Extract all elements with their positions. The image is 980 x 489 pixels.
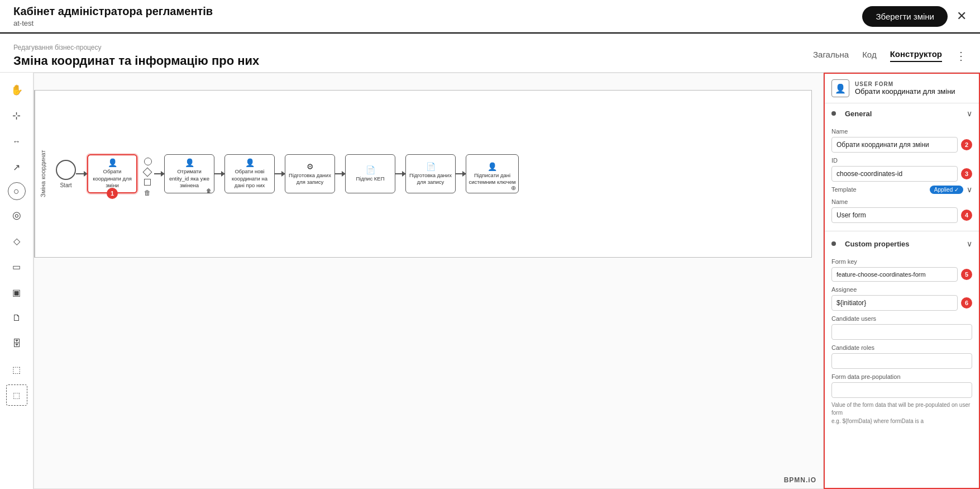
bpmn-diagram: Зміна координат Start 👤 bbox=[34, 73, 823, 488]
task-sign-kep[interactable]: 📄 Підпис КЕП bbox=[345, 154, 395, 193]
hand-tool-button[interactable]: ✋ bbox=[6, 79, 27, 101]
custom-props-content: Form key feature-choose-coordinates-form… bbox=[825, 251, 979, 430]
candidate-roles-field[interactable] bbox=[831, 353, 972, 369]
panel-header: 👤 USER FORM Обрати координати для зміни bbox=[825, 74, 979, 103]
id-field-label: ID bbox=[831, 157, 972, 164]
candidate-users-label: Candidate users bbox=[831, 315, 972, 322]
db-tool-button[interactable]: 🗄 bbox=[6, 333, 27, 354]
lasso-tool-button[interactable]: ↔ bbox=[6, 131, 27, 152]
circle-tool-button[interactable]: ○ bbox=[8, 182, 26, 200]
task6-label: Підготовка даних для запису bbox=[408, 172, 453, 186]
task4-label: Підготовка даних для запису bbox=[288, 172, 332, 186]
start-event[interactable] bbox=[56, 160, 76, 180]
form-key-field[interactable]: feature-choose-coordinates-form bbox=[831, 267, 958, 282]
sub-header: Редагування бізнес-процесу Зміна координ… bbox=[0, 34, 980, 73]
assignee-badge: 6 bbox=[961, 297, 972, 308]
template-name-badge: 4 bbox=[961, 210, 972, 221]
app-header: Кабінет адміністратора регламентів at-te… bbox=[0, 0, 980, 34]
template-name-value: User form bbox=[836, 211, 866, 219]
save-button[interactable]: Зберегти зміни bbox=[862, 6, 948, 27]
tab-constructor[interactable]: Конструктор bbox=[890, 49, 942, 62]
tab-code[interactable]: Код bbox=[862, 50, 877, 61]
form-data-field[interactable] bbox=[831, 382, 972, 398]
task4-icon: ⚙ bbox=[307, 162, 314, 171]
diamond-tool-button[interactable]: ◇ bbox=[6, 230, 27, 251]
custom-props-title: Custom properties bbox=[845, 240, 910, 248]
general-section-content: Name Обрати координати для зміни 2 ID ch… bbox=[825, 121, 979, 229]
id-field[interactable]: choose-coordinates-id bbox=[831, 166, 958, 182]
candidate-users-field[interactable] bbox=[831, 324, 972, 340]
task3-icon: 👤 bbox=[245, 158, 255, 167]
task-prepare-data2[interactable]: 📄 Підготовка даних для запису bbox=[405, 154, 456, 193]
rect-tool-button[interactable]: ▭ bbox=[6, 256, 27, 277]
template-label: Template bbox=[831, 186, 857, 193]
tab-general[interactable]: Загальна bbox=[813, 50, 849, 61]
task2-label: Отримати entity_id яка уже змінена bbox=[167, 168, 212, 189]
section-divider bbox=[825, 231, 979, 231]
main-area: ✋ ⊹ ↔ ↗ ○ ◎ ◇ ▭ ▣ 🗋 🗄 ⬚ ⬚ Зміна координа… bbox=[0, 73, 980, 489]
page-title: Зміна координат та інформацію про них bbox=[13, 54, 259, 68]
task-prepare-data[interactable]: ⚙ Підготовка даних для запису bbox=[285, 154, 335, 193]
name-field-value: Обрати координати для зміни bbox=[836, 141, 929, 149]
app-subtitle: at-test bbox=[13, 19, 213, 27]
panel-type-label: USER FORM bbox=[855, 81, 955, 87]
name-field[interactable]: Обрати координати для зміни bbox=[831, 137, 958, 153]
template-applied-badge[interactable]: Applied ✓ bbox=[930, 186, 963, 194]
frame-tool-button[interactable]: ⬚ bbox=[6, 359, 27, 380]
more-options-button[interactable]: ⋮ bbox=[955, 49, 967, 63]
task2-icon: 👤 bbox=[185, 158, 194, 167]
form-key-label: Form key bbox=[831, 258, 972, 265]
template-name-label: Name bbox=[831, 198, 972, 205]
custom-props-dot bbox=[831, 241, 836, 246]
assignee-field[interactable]: ${initiator} bbox=[831, 295, 958, 311]
task6-icon: 📄 bbox=[426, 162, 436, 171]
general-section-header[interactable]: General ∨ bbox=[825, 103, 979, 121]
task-choose-new-coords[interactable]: 👤 Обрати нові координати на дані про них bbox=[224, 154, 275, 193]
assignee-value: ${initiator} bbox=[836, 299, 866, 307]
close-button[interactable]: ✕ bbox=[957, 9, 967, 23]
start-label: Start bbox=[60, 182, 71, 188]
sub-proc-tool-button[interactable]: ▣ bbox=[6, 282, 27, 303]
panel-node-name: Обрати координати для зміни bbox=[855, 87, 955, 96]
name-field-label: Name bbox=[831, 128, 972, 135]
header-right: Зберегти зміни ✕ bbox=[862, 6, 967, 27]
bpmn-io-label: BPMN.iO bbox=[784, 476, 816, 484]
form-key-badge: 5 bbox=[961, 269, 972, 280]
form-data-label: Form data pre-population bbox=[831, 373, 972, 380]
form-data-hint: Value of the form data that will be pre-… bbox=[831, 401, 972, 417]
left-toolbar: ✋ ⊹ ↔ ↗ ○ ◎ ◇ ▭ ▣ 🗋 🗄 ⬚ ⬚ bbox=[0, 73, 34, 489]
dashed-tool-button[interactable]: ⬚ bbox=[6, 384, 27, 406]
panel-header-text: USER FORM Обрати координати для зміни bbox=[855, 81, 955, 96]
panel-node-icon: 👤 bbox=[831, 79, 849, 97]
template-row: Template Applied ✓ ∨ bbox=[831, 185, 972, 194]
custom-props-chevron-icon: ∨ bbox=[967, 239, 972, 248]
sub-header-left: Редагування бізнес-процесу Зміна координ… bbox=[13, 44, 259, 68]
task7-icon: 👤 bbox=[487, 162, 497, 171]
bpmn-canvas[interactable]: Зміна координат Start 👤 bbox=[34, 73, 824, 489]
task7-label: Підписати дані системним ключем bbox=[469, 172, 516, 186]
task-sign-system-key[interactable]: 👤 Підписати дані системним ключем ⊕ bbox=[466, 154, 519, 193]
doc-tool-button[interactable]: 🗋 bbox=[6, 307, 27, 329]
task5-icon: 📄 bbox=[366, 165, 375, 174]
template-name-field[interactable]: User form bbox=[831, 207, 958, 223]
task-get-entity[interactable]: 👤 Отримати entity_id яка уже змінена 🗑 bbox=[164, 154, 214, 193]
select-tool-button[interactable]: ⊹ bbox=[6, 105, 27, 126]
bpmn-lane: Зміна координат Start 👤 bbox=[34, 90, 812, 258]
id-badge: 3 bbox=[961, 168, 972, 179]
create-tool-button[interactable]: ↗ bbox=[6, 156, 27, 178]
custom-props-section-header[interactable]: Custom properties ∨ bbox=[825, 234, 979, 251]
badge-1: 1 bbox=[107, 188, 118, 199]
task1-decor-diamond bbox=[143, 168, 152, 177]
id-field-value: choose-coordinates-id bbox=[836, 170, 902, 178]
panel-body[interactable]: General ∨ Name Обрати координати для змі… bbox=[825, 103, 979, 488]
task1-decor-trash: 🗑 bbox=[144, 189, 152, 197]
candidate-roles-label: Candidate roles bbox=[831, 344, 972, 351]
ellipse-tool-button[interactable]: ◎ bbox=[6, 205, 27, 226]
app-title: Кабінет адміністратора регламентів bbox=[13, 5, 213, 18]
name-badge: 2 bbox=[961, 139, 972, 150]
template-chevron-icon: ∨ bbox=[967, 185, 972, 194]
properties-panel: 👤 USER FORM Обрати координати для зміни … bbox=[824, 73, 980, 489]
task1-decor-circle bbox=[144, 158, 152, 165]
breadcrumb: Редагування бізнес-процесу bbox=[13, 44, 259, 51]
general-chevron-icon: ∨ bbox=[967, 109, 972, 118]
